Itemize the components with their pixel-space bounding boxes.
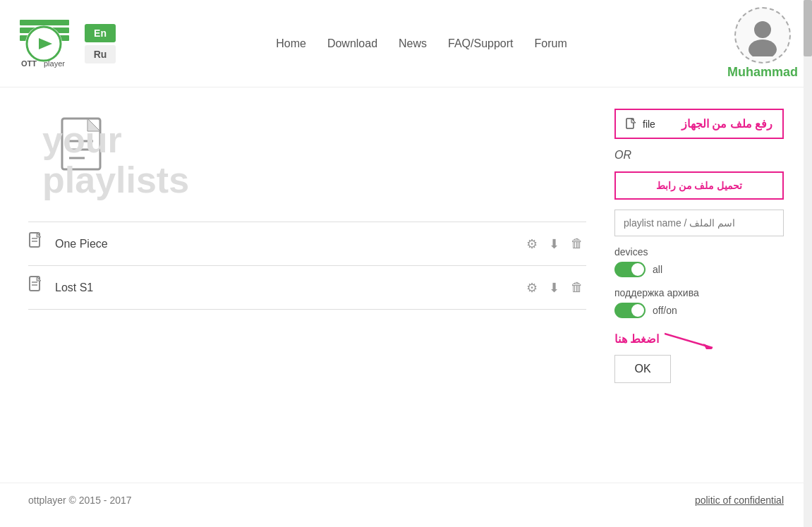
playlists-panel: One Piece ⚙ ⬇ 🗑 Lost S1: [28, 102, 586, 468]
file-label: file: [643, 119, 655, 130]
annotation-row: اضغط هنا: [614, 328, 721, 349]
footer-copyright: ottplayer © 2015 - 2017: [28, 495, 132, 506]
playlist-name-input[interactable]: [614, 210, 784, 236]
playlist-name-2: Lost S1: [55, 281, 512, 294]
svg-point-8: [754, 21, 771, 38]
playlist-item: One Piece ⚙ ⬇ 🗑: [28, 222, 586, 266]
nav-download[interactable]: Download: [327, 37, 377, 50]
svg-marker-14: [87, 119, 100, 131]
header: OTT player En Ru Home Download News FAQ/…: [0, 0, 812, 87]
nav-forum[interactable]: Forum: [535, 37, 567, 50]
archive-toggle[interactable]: [614, 303, 646, 318]
playlist-document-icon-area: [56, 116, 586, 179]
playlist-actions-1: ⚙ ⬇ 🗑: [523, 234, 586, 255]
footer-policy-link[interactable]: politic of confidential: [695, 495, 784, 506]
upload-panel: file رفع ملف من الجهاز OR تحميل ملف من ر…: [614, 102, 784, 468]
lang-ru-button[interactable]: Ru: [85, 45, 116, 63]
playlist-download-btn-2[interactable]: ⬇: [546, 277, 562, 298]
playlist-download-btn-1[interactable]: ⬇: [546, 234, 562, 255]
devices-toggle[interactable]: [614, 262, 646, 277]
document-icon: [56, 116, 113, 179]
ok-button[interactable]: OK: [614, 355, 671, 383]
playlist-file-icon: [28, 232, 44, 255]
main-content: your playlists: [0, 87, 812, 483]
upload-device-arabic-label: رفع ملف من الجهاز: [661, 117, 772, 131]
archive-toggle-label: off/on: [653, 305, 677, 316]
playlist-actions-2: ⚙ ⬇ 🗑: [523, 277, 586, 298]
playlist-name-1: One Piece: [55, 238, 512, 250]
upload-link-arabic-label: تحميل ملف من رابط: [656, 180, 743, 191]
language-switcher: En Ru: [85, 24, 116, 63]
upload-from-device-button[interactable]: file رفع ملف من الجهاز: [614, 109, 784, 139]
svg-text:OTT: OTT: [21, 59, 37, 68]
devices-section: devices all: [614, 246, 784, 277]
ok-section: اضغط هنا OK: [614, 328, 784, 383]
playlist-file-icon: [28, 276, 44, 299]
playlist-settings-btn-1[interactable]: ⚙: [523, 234, 540, 255]
main-nav: Home Download News FAQ/Support Forum: [276, 37, 567, 50]
playlist-delete-btn-1[interactable]: 🗑: [568, 234, 586, 255]
logo-area: OTT player En Ru: [14, 16, 116, 72]
user-area: Muhammad: [727, 7, 798, 80]
nav-faq[interactable]: FAQ/Support: [448, 37, 514, 50]
arrow-annotation-icon: [665, 328, 721, 349]
playlist-delete-btn-2[interactable]: 🗑: [568, 277, 586, 298]
svg-rect-0: [20, 20, 69, 25]
devices-toggle-row: all: [614, 262, 784, 277]
file-icon: [626, 118, 637, 131]
archive-label: поддержка архива: [614, 287, 784, 298]
logo: OTT player: [14, 16, 78, 72]
lang-en-button[interactable]: En: [85, 24, 116, 42]
svg-point-9: [749, 40, 777, 56]
upload-from-link-button[interactable]: تحميل ملف من رابط: [614, 171, 784, 200]
or-label: OR: [614, 149, 784, 162]
archive-section: поддержка архива off/on: [614, 287, 784, 318]
nav-news[interactable]: News: [399, 37, 427, 50]
playlist-settings-btn-2[interactable]: ⚙: [523, 277, 540, 298]
scrollbar-track: [804, 0, 812, 527]
annotation-arabic-text: اضغط هنا: [614, 332, 659, 346]
nav-home[interactable]: Home: [276, 37, 306, 50]
user-name: Muhammad: [727, 65, 798, 80]
svg-text:player: player: [44, 59, 65, 68]
avatar: [734, 7, 791, 63]
devices-all-label: all: [653, 264, 662, 275]
archive-toggle-row: off/on: [614, 303, 784, 318]
footer: ottplayer © 2015 - 2017 politic of confi…: [0, 483, 812, 517]
scrollbar-thumb[interactable]: [804, 0, 812, 56]
playlist-item: Lost S1 ⚙ ⬇ 🗑: [28, 266, 586, 310]
playlist-items: One Piece ⚙ ⬇ 🗑 Lost S1: [28, 222, 586, 310]
devices-label: devices: [614, 246, 784, 258]
